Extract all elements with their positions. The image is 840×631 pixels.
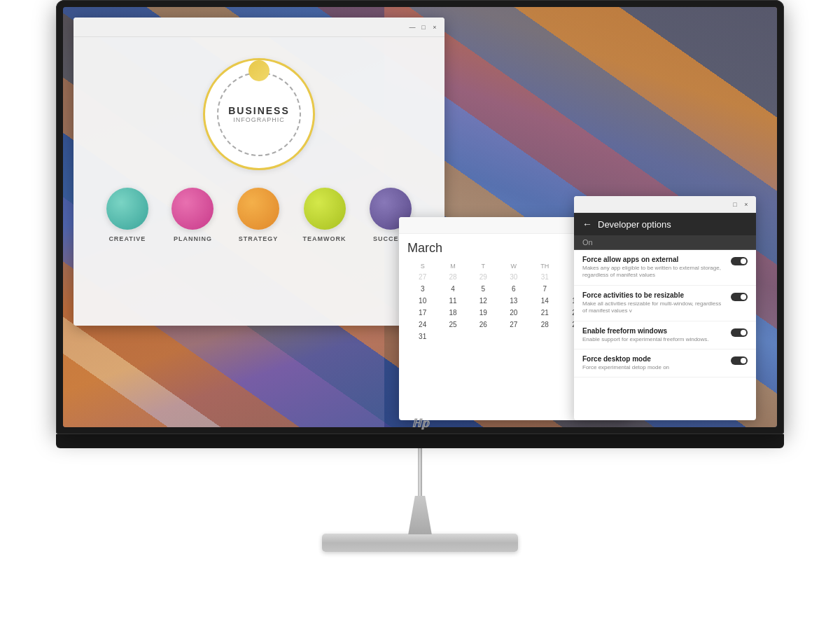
monitor-screen: — □ × BUSINESS INFOGRAPHIC: [63, 7, 777, 427]
day-header-thu: TH: [528, 261, 561, 271]
devopt-title: Developer options: [598, 219, 671, 230]
list-item: TEAMWORK: [303, 188, 346, 242]
devopt-item-desc-1: Makes any app eligible to be written to …: [582, 265, 725, 279]
circle-accent-dot: [248, 60, 270, 81]
infographic-window[interactable]: — □ × BUSINESS INFOGRAPHIC: [74, 18, 444, 326]
developer-options-window[interactable]: □ × ← Developer options On Force allow a…: [574, 196, 756, 420]
toggle-desktop-mode[interactable]: [731, 356, 748, 365]
toggle-freeform[interactable]: [731, 328, 748, 337]
devopt-item-text-3: Enable freeform windows Enable support f…: [582, 327, 725, 343]
circle-creative: [106, 188, 148, 230]
hp-logo: ℍ𝕡: [412, 417, 429, 430]
main-circle-subtitle: INFOGRAPHIC: [233, 116, 285, 123]
devopt-item-desc-4: Force experimental detop mode on: [582, 364, 725, 371]
day-header-wed: W: [498, 261, 528, 271]
stand-base: [322, 534, 518, 552]
devopt-item-title-4: Force desktop mode: [582, 355, 725, 363]
list-item: CREATIVE: [106, 188, 148, 242]
devopt-maximize-button[interactable]: □: [731, 200, 739, 209]
stand-neck: [418, 448, 422, 497]
main-circle-container: BUSINESS INFOGRAPHIC: [196, 51, 322, 177]
main-circle-title: BUSINESS: [228, 105, 290, 116]
label-planning: PLANNING: [174, 235, 212, 242]
list-item: Enable freeform windows Enable support f…: [574, 321, 756, 349]
devopt-titlebar: □ ×: [574, 196, 756, 213]
label-creative: CREATIVE: [108, 235, 146, 242]
sub-circles-row: CREATIVE PLANNING STRATEGY: [80, 188, 438, 242]
list-item: PLANNING: [172, 188, 214, 242]
devopt-item-desc-2: Make all activities resizable for multi-…: [582, 300, 725, 315]
devopt-status: On: [574, 235, 756, 250]
back-arrow-icon[interactable]: ←: [582, 219, 592, 230]
devopt-item-title-2: Force activities to be resizable: [582, 291, 725, 299]
list-item: STRATEGY: [237, 188, 279, 242]
maximize-button[interactable]: □: [419, 23, 428, 32]
sub-circles-area: CREATIVE PLANNING STRATEGY: [80, 188, 438, 242]
main-circle: BUSINESS INFOGRAPHIC: [203, 58, 315, 170]
label-teamwork: TEAMWORK: [303, 235, 346, 242]
devopt-item-title-1: Force allow apps on external: [582, 256, 725, 263]
devopt-item-text-1: Force allow apps on external Makes any a…: [582, 256, 725, 279]
infographic-content: BUSINESS INFOGRAPHIC CREATIVE: [74, 37, 444, 326]
toggle-force-allow[interactable]: [731, 257, 748, 265]
circle-teamwork: [304, 188, 346, 230]
devopt-header: ← Developer options: [574, 213, 756, 235]
toggle-force-resizable[interactable]: [731, 293, 748, 301]
monitor: — □ × BUSINESS INFOGRAPHIC: [49, 0, 791, 631]
circle-planning: [172, 188, 214, 230]
day-header-tue: T: [468, 261, 498, 271]
day-header-sun: S: [407, 261, 438, 271]
devopt-body: Force allow apps on external Makes any a…: [574, 250, 756, 420]
monitor-stand: [322, 448, 518, 552]
devopt-item-desc-3: Enable support for experimental freeform…: [582, 336, 725, 343]
list-item: Force desktop mode Force experimental de…: [574, 349, 756, 377]
devopt-item-title-3: Enable freeform windows: [582, 327, 725, 335]
minimize-button[interactable]: —: [408, 23, 416, 32]
list-item: Force activities to be resizable Make al…: [574, 286, 756, 321]
devopt-close-button[interactable]: ×: [742, 200, 750, 209]
monitor-bezel: — □ × BUSINESS INFOGRAPHIC: [56, 0, 784, 434]
monitor-chin: [56, 434, 784, 448]
main-circle-inner: BUSINESS INFOGRAPHIC: [217, 72, 301, 156]
label-strategy: STRATEGY: [239, 235, 278, 242]
circle-strategy: [237, 188, 279, 230]
close-button[interactable]: ×: [430, 23, 439, 32]
infographic-titlebar: — □ ×: [74, 18, 444, 37]
stand-neck-wide: [399, 496, 441, 534]
day-header-mon: M: [438, 261, 468, 271]
list-item: Force allow apps on external Makes any a…: [574, 250, 756, 286]
devopt-item-text-2: Force activities to be resizable Make al…: [582, 291, 725, 315]
devopt-item-text-4: Force desktop mode Force experimental de…: [582, 355, 725, 371]
